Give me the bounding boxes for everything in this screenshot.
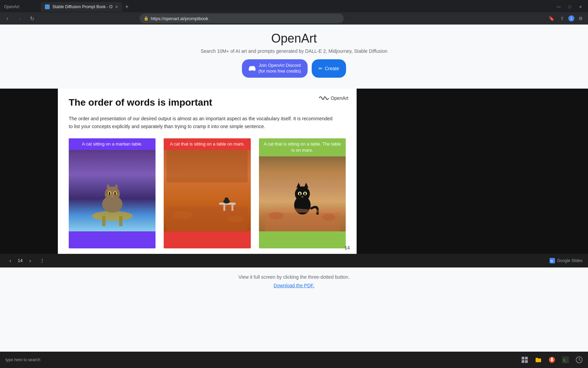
reload-button[interactable]: ↻ <box>27 14 37 23</box>
page-content: OpenArt Search 10M+ of AI art and prompt… <box>0 25 588 368</box>
svg-rect-41 <box>525 360 528 363</box>
svg-point-9 <box>109 192 110 195</box>
svg-line-47 <box>579 360 581 361</box>
svg-rect-1 <box>102 216 105 226</box>
tab-close-button[interactable]: × <box>115 4 118 10</box>
taskbar-windows-icon[interactable] <box>519 354 531 366</box>
taskbar-terminal-icon[interactable]: $_ <box>559 354 572 366</box>
url-display: https://openart.ai/promptbook <box>151 16 208 21</box>
taskbar-browser-icon[interactable] <box>546 354 558 366</box>
next-slide-button[interactable]: › <box>25 256 35 265</box>
svg-marker-29 <box>296 183 301 188</box>
svg-point-25 <box>268 212 283 219</box>
terminal-icon: $_ <box>562 356 569 363</box>
create-button-label: Create <box>325 66 339 71</box>
slide-logo-text: OpenArt <box>331 95 348 101</box>
footer-area: View it full screen by clicking the thre… <box>0 267 588 295</box>
card-image-3 <box>259 156 346 231</box>
svg-point-28 <box>295 186 310 201</box>
discord-icon <box>249 65 256 72</box>
slide-heading: The order of words is important <box>69 97 346 108</box>
create-button[interactable]: ✏ Create <box>312 59 346 78</box>
slide-page-number: 14 <box>344 245 350 250</box>
extension-badge[interactable]: 1 <box>568 15 574 21</box>
brave-icon <box>549 356 555 363</box>
svg-rect-23 <box>167 150 248 182</box>
tab-favicon <box>45 4 50 9</box>
maximize-button[interactable]: □ <box>565 2 574 12</box>
taskbar: type here to search $_ <box>0 352 588 368</box>
tab-bar: OpenArt Stable Diffusion Prompt Book - O… <box>0 0 588 12</box>
taskbar-clock-icon[interactable] <box>573 354 585 366</box>
footer-hint-text: View it full screen by clicking the thre… <box>7 274 581 280</box>
svg-point-33 <box>299 192 300 195</box>
slide-main-content: OpenArt The order of words is important … <box>58 89 357 254</box>
bookmark-button[interactable]: 🔖 <box>546 14 556 23</box>
taskbar-search-text: type here to search <box>3 357 517 362</box>
new-tab-button[interactable]: + <box>122 2 132 12</box>
svg-marker-30 <box>304 183 308 188</box>
clock-icon <box>576 356 583 363</box>
svg-point-26 <box>322 214 336 220</box>
svg-line-14 <box>116 192 119 193</box>
cat-image-3 <box>259 156 346 231</box>
slide-dark-right <box>357 89 414 254</box>
windows-icon <box>521 356 528 363</box>
slide-logo-area: OpenArt <box>319 95 348 101</box>
svg-marker-5 <box>106 184 110 188</box>
more-options-button[interactable]: ⋮ <box>37 256 47 265</box>
header-buttons: Join OpenArt Discord (for more free cred… <box>0 59 588 78</box>
slide-images-row: A cat sitting on a martian table. <box>69 138 346 248</box>
prev-slide-button[interactable]: ‹ <box>5 256 15 265</box>
card-footer-2 <box>164 231 250 248</box>
pencil-icon: ✏ <box>318 66 323 71</box>
discord-button-text: Join OpenArt Discord (for more free cred… <box>258 63 301 74</box>
card-footer-3 <box>259 231 346 248</box>
cat-image-2 <box>164 150 250 231</box>
svg-rect-2 <box>119 216 122 226</box>
pdf-download-link[interactable]: Download the PDF. <box>274 283 314 288</box>
omnibox-bar: ‹ › ↻ 🔒 https://openart.ai/promptbook 🔖 … <box>0 12 588 25</box>
slide-frame: OpenArt The order of words is important … <box>0 89 414 254</box>
folder-icon <box>535 356 542 363</box>
tab-inactive-label: OpenArt <box>4 4 19 9</box>
svg-rect-17 <box>224 205 226 211</box>
svg-point-21 <box>173 211 193 219</box>
taskbar-files-icon[interactable] <box>532 354 544 366</box>
cat-illustration-1 <box>78 163 146 231</box>
tab-inactive[interactable]: OpenArt <box>0 2 41 12</box>
google-slides-label: Google Slides <box>557 258 583 263</box>
svg-rect-40 <box>522 360 524 363</box>
slide-body-text: The order and presentation of our desire… <box>69 115 334 130</box>
controls-bar: ‹ 14 › ⋮ G Google Slides <box>0 254 588 267</box>
back-button[interactable]: ‹ <box>3 14 12 23</box>
tab-active[interactable]: Stable Diffusion Prompt Book - O × <box>41 2 122 12</box>
settings-button[interactable]: ⚙ <box>576 14 585 23</box>
tab-active-label: Stable Diffusion Prompt Book - O <box>52 4 113 9</box>
address-bar[interactable]: 🔒 https://openart.ai/promptbook <box>140 14 344 23</box>
card-label-1: A cat sitting on a martian table. <box>69 138 156 150</box>
browser-chrome: OpenArt Stable Diffusion Prompt Book - O… <box>0 0 588 25</box>
site-subtitle: Search 10M+ of AI art and prompts genera… <box>0 48 588 54</box>
svg-rect-18 <box>231 205 233 211</box>
slide-image-card-2: A cat that is sitting on a table on mars… <box>164 138 250 248</box>
forward-button[interactable]: › <box>15 14 24 23</box>
controls-left: ‹ 14 › ⋮ <box>5 256 47 265</box>
slide-presentation-area: OpenArt The order of words is important … <box>0 89 588 267</box>
slide-image-card-3: A cat that is sitting on a table. The ta… <box>259 138 346 248</box>
svg-line-13 <box>105 194 108 194</box>
discord-button[interactable]: Join OpenArt Discord (for more free cred… <box>242 59 308 78</box>
current-page-display: 14 <box>18 258 22 263</box>
lock-icon: 🔒 <box>144 16 149 21</box>
minimize-button[interactable]: — <box>554 2 564 12</box>
google-slides-icon: G <box>550 258 555 263</box>
cat-illustration-2 <box>164 150 250 231</box>
close-window-button[interactable]: × <box>576 2 585 12</box>
svg-point-34 <box>304 192 306 195</box>
svg-rect-39 <box>525 357 528 359</box>
svg-point-20 <box>225 198 229 202</box>
slide-image-card-1: A cat sitting on a martian table. <box>69 138 156 248</box>
card-label-3: A cat that is sitting on a table. The ta… <box>259 138 346 156</box>
browser-actions: 🔖 ⇪ 1 ⚙ <box>546 14 585 23</box>
share-button[interactable]: ⇪ <box>557 14 567 23</box>
